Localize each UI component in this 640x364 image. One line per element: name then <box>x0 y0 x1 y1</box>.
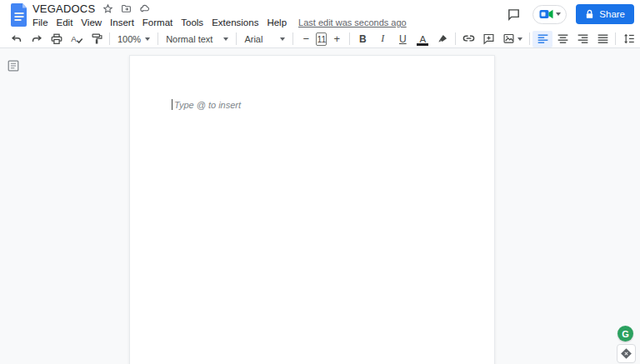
highlight-color-button[interactable] <box>432 31 452 47</box>
share-label: Share <box>599 9 625 19</box>
placeholder-line[interactable]: Type @ to insert <box>172 99 241 110</box>
menu-insert[interactable]: Insert <box>106 17 138 28</box>
text-color-glyph: A <box>419 34 426 44</box>
menu-format[interactable]: Format <box>138 17 177 28</box>
underline-button[interactable]: U <box>392 31 412 47</box>
star-icon[interactable] <box>102 3 113 14</box>
italic-button[interactable]: I <box>372 31 392 47</box>
svg-text:A: A <box>71 33 77 42</box>
text-cursor <box>172 99 172 110</box>
placeholder-text: Type @ to insert <box>174 100 241 110</box>
text-color-button[interactable]: A <box>412 31 432 47</box>
toolbar-separator <box>109 32 110 45</box>
document-outline-button[interactable] <box>7 59 20 72</box>
explore-diamond-icon <box>621 348 632 359</box>
lock-icon <box>585 9 594 19</box>
zoom-value: 100% <box>118 34 141 44</box>
app-header: VEGADOCS File Edit View In <box>0 0 640 30</box>
chevron-down-icon <box>556 12 561 16</box>
chevron-down-icon <box>518 37 522 41</box>
document-title[interactable]: VEGADOCS <box>32 2 95 15</box>
menu-bar: File Edit View Insert Format Tools Exten… <box>32 17 407 28</box>
docs-logo-icon[interactable] <box>11 3 28 27</box>
comments-icon[interactable] <box>503 4 523 24</box>
header-actions: Share <box>503 4 634 24</box>
last-edit-link[interactable]: Last edit was seconds ago <box>298 17 407 27</box>
align-center-button[interactable] <box>552 31 572 47</box>
toolbar-separator <box>529 32 530 45</box>
justify-button[interactable] <box>592 31 612 47</box>
color-bar <box>417 43 428 46</box>
explore-button[interactable] <box>617 344 636 363</box>
decrease-font-size-button[interactable]: − <box>296 31 316 47</box>
bold-button[interactable]: B <box>352 31 372 47</box>
menu-file[interactable]: File <box>32 17 52 28</box>
toolbar-separator <box>615 32 616 45</box>
insert-link-button[interactable] <box>458 31 478 47</box>
document-page[interactable]: Type @ to insert <box>129 55 495 364</box>
menu-view[interactable]: View <box>77 17 106 28</box>
insert-image-button[interactable] <box>498 31 527 47</box>
menu-help[interactable]: Help <box>262 17 291 28</box>
chevron-down-icon <box>145 37 150 41</box>
line-spacing-button[interactable] <box>618 31 638 47</box>
toolbar-separator <box>158 32 158 45</box>
align-left-button[interactable] <box>532 31 552 47</box>
menu-edit[interactable]: Edit <box>52 17 78 28</box>
grammarly-icon[interactable]: G <box>618 326 633 342</box>
formatting-toolbar: A 100% Normal text Arial − 11 + B I U A <box>0 30 640 48</box>
paragraph-style-select[interactable]: Normal text <box>161 31 233 47</box>
document-canvas: Type @ to insert G <box>0 48 640 364</box>
toolbar-separator <box>349 32 350 45</box>
print-button[interactable] <box>47 31 67 47</box>
spellcheck-button[interactable]: A <box>67 31 87 47</box>
toolbar-separator <box>236 32 237 45</box>
menu-extensions[interactable]: Extensions <box>208 17 262 28</box>
chevron-down-icon <box>280 37 285 41</box>
title-block: VEGADOCS File Edit View In <box>32 2 407 28</box>
font-value: Arial <box>244 34 262 44</box>
share-button[interactable]: Share <box>576 4 634 24</box>
align-right-button[interactable] <box>572 31 592 47</box>
font-family-select[interactable]: Arial <box>239 31 290 47</box>
redo-button[interactable] <box>27 31 47 47</box>
join-meet-button[interactable] <box>532 5 567 24</box>
zoom-select[interactable]: 100% <box>112 31 155 47</box>
menu-tools[interactable]: Tools <box>177 17 208 28</box>
undo-button[interactable] <box>7 31 27 47</box>
toolbar-separator <box>455 32 456 45</box>
toolbar-separator <box>292 32 293 45</box>
style-value: Normal text <box>166 34 212 44</box>
move-folder-icon[interactable] <box>121 3 132 14</box>
paint-format-button[interactable] <box>87 31 107 47</box>
meet-camera-icon <box>539 8 554 20</box>
cloud-saved-icon[interactable] <box>139 3 150 14</box>
increase-font-size-button[interactable]: + <box>327 31 347 47</box>
font-size-input[interactable]: 11 <box>316 32 327 46</box>
add-comment-button[interactable] <box>478 31 498 47</box>
chevron-down-icon <box>223 37 228 41</box>
